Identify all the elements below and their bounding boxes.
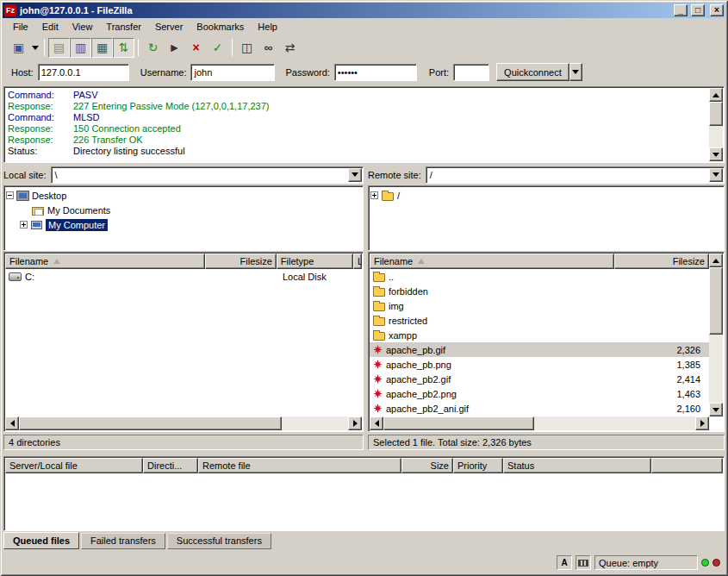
column-header-status[interactable]: Status [503,458,651,473]
close-button[interactable]: × [710,4,724,16]
local-site-combo[interactable]: \ [51,166,364,184]
cancel-icon[interactable]: × [185,38,207,58]
file-row[interactable]: img [370,298,709,313]
menu-bookmarks[interactable]: Bookmarks [190,19,251,34]
toggle-message-log-icon[interactable]: ▤ [48,38,70,58]
tree-item-my-documents[interactable]: My Documents [32,203,361,217]
column-header-filename[interactable]: Filename [370,254,614,269]
scroll-thumb[interactable] [19,416,282,430]
process-queue-icon[interactable]: ► [164,38,185,58]
tree-item-root[interactable]: / [370,188,722,203]
password-input[interactable] [334,64,417,81]
column-header-priority[interactable]: Priority [453,458,503,473]
scroll-down-button[interactable] [709,147,723,161]
scroll-track[interactable] [709,102,723,147]
tab-successful-transfers[interactable]: Successful transfers [167,533,271,549]
scroll-thumb[interactable] [709,102,723,126]
scroll-thumb[interactable] [709,267,723,335]
file-row[interactable]: xampp [370,328,709,342]
maximize-button[interactable]: □ [691,4,705,16]
remote-vertical-scrollbar[interactable] [709,254,723,416]
scroll-track[interactable] [534,416,695,430]
synchronized-browsing-icon[interactable]: ⇄ [279,38,301,58]
file-row[interactable]: apache_pb2.png 1,463 [370,386,709,401]
scroll-up-button[interactable] [709,254,723,267]
tree-label[interactable]: Desktop [32,191,66,201]
column-header-server-local-file[interactable]: Server/Local file [5,458,143,473]
file-row-selected[interactable]: apache_pb.gif 2,326 [370,342,709,357]
tree-item-my-computer[interactable]: My Computer [20,217,361,232]
quickconnect-button[interactable]: Quickconnect [496,63,569,81]
menu-edit[interactable]: Edit [35,19,65,34]
file-name: apache_pb.png [386,360,451,370]
menu-server[interactable]: Server [148,19,190,34]
tab-queued-files[interactable]: Queued files [3,532,79,549]
file-size: 2,414 [676,374,700,385]
menu-transfer[interactable]: Transfer [99,19,148,34]
toggle-remote-tree-icon[interactable]: ▦ [91,38,113,58]
scroll-track[interactable] [282,416,348,430]
toggle-transfer-queue-icon[interactable]: ⇅ [113,38,134,58]
file-row[interactable]: apache_pb2.gif 2,414 [370,372,709,386]
log-scrollbar[interactable] [709,88,723,161]
tree-label-selected[interactable]: My Computer [46,219,108,231]
remote-site-combo[interactable]: / [426,166,725,184]
column-header-filesize[interactable]: Filesize [614,254,709,269]
menu-file[interactable]: File [6,19,35,34]
column-header-filesize[interactable]: Filesize [205,254,277,269]
site-manager-icon[interactable]: ▣ [8,38,29,58]
column-label: Filesize [673,256,705,266]
quickconnect-dropdown[interactable] [569,63,582,81]
file-size: 1,463 [676,389,700,399]
tree-label[interactable]: My Documents [47,205,110,216]
folder-icon [373,288,385,297]
local-horizontal-scrollbar[interactable] [5,416,362,430]
column-header-size[interactable]: Size [401,458,453,473]
remote-site-combo-dropdown[interactable] [709,168,723,182]
directory-compare-icon[interactable]: ◫ [236,38,258,58]
file-row[interactable]: .. [370,269,709,284]
tree-label[interactable]: / [397,191,400,201]
column-header-filetype[interactable]: Filetype [277,254,353,269]
scroll-thumb[interactable] [383,416,534,430]
scroll-down-button[interactable] [709,403,723,416]
site-manager-dropdown[interactable] [29,38,40,58]
message-log-glyph: ▤ [53,41,65,54]
tab-failed-transfers[interactable]: Failed transfers [81,533,165,549]
refresh-icon[interactable]: ↻ [142,38,164,58]
remote-site-value: / [430,170,432,180]
column-header-remote-file[interactable]: Remote file [198,458,401,473]
file-row[interactable]: restricted [370,313,709,328]
file-row[interactable]: apache_pb2_ani.gif 2,160 [370,401,709,416]
column-header-last-modified[interactable]: L [353,254,362,269]
disconnect-icon[interactable]: ✓ [207,38,228,58]
menu-view[interactable]: View [65,19,100,34]
expander-plus-icon[interactable] [370,191,378,199]
scroll-left-button[interactable] [370,416,383,430]
column-header-filename[interactable]: Filename [5,254,205,269]
username-input[interactable] [190,64,275,81]
toggle-local-tree-icon[interactable]: ▥ [70,38,91,58]
menu-help[interactable]: Help [251,19,284,34]
scroll-track[interactable] [709,267,723,403]
port-input[interactable] [453,64,489,81]
host-input[interactable] [38,64,129,81]
file-row[interactable]: apache_pb.png 1,385 [370,357,709,372]
expander-minus-icon[interactable] [6,191,14,199]
expander-plus-icon[interactable] [20,221,28,229]
scroll-up-button[interactable] [709,88,723,102]
column-header-direction[interactable]: Directi... [143,458,198,473]
minimize-button[interactable]: _ [674,4,688,16]
chevron-down-icon [712,172,719,177]
tree-item-desktop[interactable]: Desktop [6,188,361,203]
file-name: forbidden [389,286,428,297]
file-name: apache_pb2.png [386,389,457,399]
file-row-c-drive[interactable]: C: Local Disk [5,269,362,284]
scroll-right-button[interactable] [348,416,362,430]
scroll-right-button[interactable] [695,416,709,430]
local-site-combo-dropdown[interactable] [348,168,362,182]
find-files-icon[interactable]: ∞ [258,38,279,58]
scroll-left-button[interactable] [5,416,19,430]
file-row[interactable]: forbidden [370,284,709,298]
remote-horizontal-scrollbar[interactable] [370,416,709,430]
